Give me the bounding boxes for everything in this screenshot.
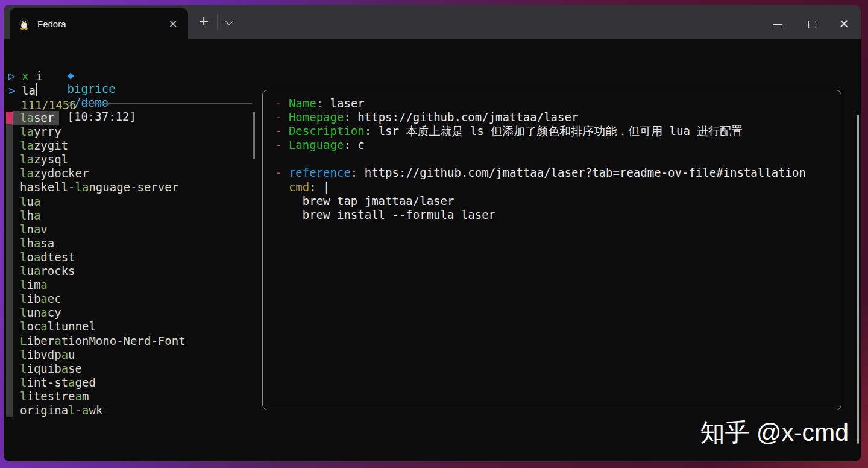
- preview-line: - Name: laser: [275, 96, 835, 110]
- item-label: LiberationMono-Nerd-Font: [13, 334, 190, 348]
- item-label: lnav: [13, 223, 52, 236]
- item-label: laser: [13, 111, 59, 125]
- query-marker: >: [8, 84, 15, 98]
- item-label: localtunnel: [13, 320, 101, 334]
- item-label: lima: [13, 278, 52, 292]
- fzf-item[interactable]: lazysql: [4, 153, 262, 166]
- item-label: libvdpau: [13, 348, 80, 362]
- terminal-window: Fedora × + × ◆ bigrice ~/demo: [4, 5, 861, 461]
- gutter-cell: [6, 349, 13, 361]
- fzf-item[interactable]: laser: [4, 111, 262, 125]
- tux-icon: [19, 17, 30, 30]
- toolbar-divider: [217, 14, 218, 30]
- item-label: lint-staged: [13, 376, 101, 390]
- fzf-item[interactable]: original-awk: [4, 403, 262, 417]
- terminal-scrollbar[interactable]: [857, 115, 859, 444]
- fzf-item[interactable]: haskell-language-server: [4, 180, 262, 194]
- item-label: litestream: [13, 390, 93, 403]
- desktop-background: Fedora × + × ◆ bigrice ~/demo: [0, 0, 868, 468]
- fzf-item[interactable]: lua: [4, 195, 262, 209]
- gutter-cell: [6, 167, 13, 180]
- fzf-item[interactable]: lunacy: [4, 306, 262, 320]
- gutter-cell: [6, 209, 13, 222]
- item-label: liquibase: [13, 362, 87, 376]
- selection-pointer: [6, 112, 13, 124]
- item-label: lazygit: [13, 139, 73, 153]
- gutter-cell: [6, 153, 13, 166]
- fzf-item[interactable]: litestream: [4, 390, 262, 403]
- gutter-cell: [6, 139, 13, 152]
- gutter-cell: [6, 376, 13, 389]
- minimize-button[interactable]: [760, 5, 794, 35]
- item-label: lhasa: [13, 236, 59, 250]
- command-args: i: [36, 69, 42, 83]
- fzf-item[interactable]: lazydocker: [4, 166, 262, 180]
- gutter-cell: [6, 251, 13, 264]
- gutter-cell: [6, 362, 13, 375]
- gutter-cell: [6, 237, 13, 250]
- gutter-cell: [6, 181, 13, 194]
- preview-line: brew tap jmattaa/laser: [275, 194, 835, 208]
- preview-line: - Language: c: [275, 138, 835, 152]
- separator-line: [83, 103, 252, 104]
- prompt-diamond-icon: ◆: [68, 68, 74, 81]
- gutter-cell: [6, 390, 13, 403]
- fzf-item[interactable]: libaec: [4, 292, 262, 306]
- gutter-cell: [6, 125, 13, 138]
- item-label: haskell-language-server: [13, 180, 183, 194]
- preview-line: cmd: |: [275, 180, 835, 194]
- fzf-item[interactable]: lhasa: [4, 236, 262, 250]
- gutter-cell: [6, 279, 13, 291]
- search-input[interactable]: la: [22, 84, 36, 98]
- prompt-triangle-icon: ▷: [8, 69, 15, 83]
- fzf-item[interactable]: libvdpau: [4, 348, 262, 362]
- gutter-cell: [6, 265, 13, 277]
- match-counter: 111/1456: [21, 98, 77, 112]
- fzf-scrollbar-thumb[interactable]: [253, 112, 255, 159]
- fzf-item[interactable]: liquibase: [4, 362, 262, 376]
- preview-line: brew install --formula laser: [275, 208, 835, 222]
- watermark: 知乎 @x-cmd: [700, 416, 849, 449]
- item-label: libaec: [13, 292, 66, 306]
- preview-body: - Name: laser- Homepage: https://github.…: [275, 96, 835, 222]
- terminal-content[interactable]: ◆ bigrice ~/demo [10:37:12] ▷ x i > la 1…: [4, 39, 861, 461]
- fzf-item[interactable]: lha: [4, 209, 262, 223]
- fzf-item[interactable]: localtunnel: [4, 320, 262, 334]
- fzf-item[interactable]: lima: [4, 278, 262, 292]
- fzf-item[interactable]: lazygit: [4, 139, 262, 153]
- command-name: x: [22, 69, 28, 83]
- new-tab-button[interactable]: +: [193, 11, 215, 33]
- item-label: lazydocker: [13, 166, 93, 180]
- maximize-icon: [808, 21, 816, 28]
- item-label: lazysql: [13, 153, 73, 166]
- item-label: layrry: [13, 125, 66, 139]
- item-label: lunacy: [13, 306, 66, 320]
- tab-close-button[interactable]: ×: [165, 8, 181, 39]
- fzf-item[interactable]: loadtest: [4, 250, 262, 264]
- tab-fedora[interactable]: Fedora ×: [10, 8, 188, 39]
- preview-line: [275, 152, 835, 166]
- preview-line: - Description: lsr 本质上就是 ls 但添加了颜色和排序功能，…: [275, 124, 835, 138]
- minimize-icon: [773, 24, 782, 25]
- gutter-cell: [6, 320, 13, 333]
- item-label: original-awk: [13, 403, 107, 417]
- chevron-down-icon: [225, 17, 233, 25]
- gutter-cell: [6, 335, 13, 347]
- fzf-item[interactable]: luarocks: [4, 264, 262, 278]
- item-label: loadtest: [13, 250, 80, 264]
- gutter-cell: [6, 223, 13, 236]
- maximize-button[interactable]: [794, 5, 829, 35]
- item-label: lha: [13, 209, 45, 223]
- fzf-item[interactable]: layrry: [4, 125, 262, 139]
- window-close-button[interactable]: ×: [829, 5, 858, 35]
- title-bar[interactable]: Fedora × + ×: [4, 5, 861, 39]
- fzf-item[interactable]: lint-staged: [4, 376, 262, 390]
- tab-title: Fedora: [37, 8, 66, 40]
- preview-pane: - Name: laser- Homepage: https://github.…: [262, 90, 841, 410]
- fzf-item[interactable]: lnav: [4, 223, 262, 236]
- tab-dropdown-button[interactable]: [219, 11, 239, 33]
- fzf-item[interactable]: LiberationMono-Nerd-Font: [4, 334, 262, 348]
- fzf-result-list: laserlayrrylazygitlazysqllazydockerhaske…: [4, 111, 262, 417]
- gutter-cell: [6, 306, 13, 319]
- prompt-username: bigrice: [68, 82, 116, 95]
